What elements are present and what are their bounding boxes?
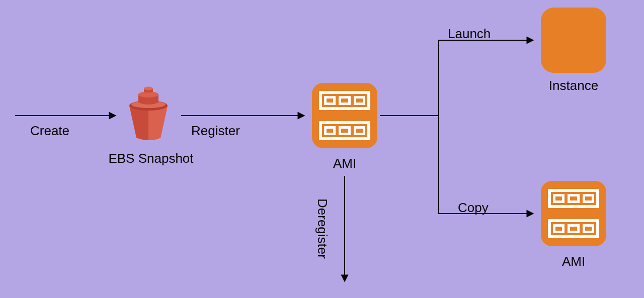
- ami-row: [319, 121, 370, 140]
- ami-copy-label: AMI: [541, 254, 606, 269]
- ebs-snapshot-label: EBS Snapshot: [98, 151, 204, 166]
- ami-row: [548, 219, 599, 238]
- svg-point-5: [144, 87, 153, 90]
- edge-copy-label: Copy: [458, 200, 489, 216]
- edge-deregister-label: Deregister: [314, 198, 330, 259]
- ami-row: [319, 91, 370, 110]
- diagram-canvas: EBS Snapshot AMI Instance AMI Create: [0, 0, 644, 298]
- edge-register-label: Register: [191, 123, 240, 139]
- edge-create-label: Create: [30, 123, 69, 139]
- ebs-snapshot-node: [123, 85, 174, 141]
- ami-node: [312, 83, 377, 148]
- instance-node: [541, 8, 606, 73]
- bucket-icon: [123, 85, 174, 141]
- arrow-launch: [439, 40, 533, 116]
- instance-label: Instance: [541, 78, 606, 93]
- ami-copy-node: [541, 181, 606, 246]
- ami-row: [548, 189, 599, 208]
- edge-launch-label: Launch: [448, 26, 491, 42]
- ami-label: AMI: [312, 156, 377, 171]
- arrow-copy: [439, 116, 533, 214]
